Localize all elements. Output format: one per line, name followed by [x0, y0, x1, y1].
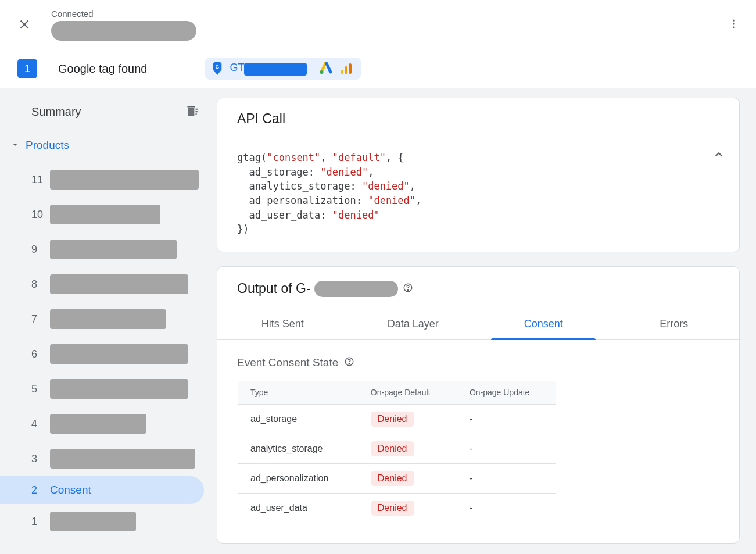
- consent-table: TypeOn-page DefaultOn-page Update ad_sto…: [237, 380, 557, 523]
- api-call-title: API Call: [237, 111, 285, 127]
- event-number: 2: [31, 484, 42, 496]
- sidebar: Summary Products 111098765432Consent1: [0, 88, 217, 554]
- tab-hits-sent[interactable]: Hits Sent: [217, 309, 348, 339]
- api-call-code: gtag("consent", "default", { ad_storage:…: [217, 140, 739, 252]
- column-header: On-page Default: [358, 380, 457, 404]
- google-ads-icon: [319, 62, 333, 76]
- event-item-consent[interactable]: 2Consent: [0, 476, 204, 504]
- event-name-redacted: [50, 205, 160, 224]
- event-name: Consent: [50, 484, 91, 496]
- tab-data-layer[interactable]: Data Layer: [348, 309, 479, 339]
- event-number: 6: [31, 348, 42, 360]
- event-number: 8: [31, 278, 42, 291]
- google-analytics-icon: [339, 62, 353, 76]
- event-list: 111098765432Consent1: [0, 162, 217, 539]
- event-number: 11: [31, 174, 42, 186]
- tag-count-badge: 1: [17, 59, 37, 78]
- event-item[interactable]: 4: [0, 406, 217, 441]
- event-name-redacted: [50, 309, 166, 329]
- event-number: 1: [31, 516, 42, 528]
- event-name-redacted: [50, 512, 136, 531]
- svg-rect-8: [345, 66, 347, 74]
- consent-type: ad_personalization: [238, 463, 358, 493]
- svg-point-13: [349, 363, 350, 364]
- help-icon[interactable]: [403, 283, 413, 295]
- consent-type: analytics_storage: [238, 434, 358, 463]
- status-badge: Denied: [371, 441, 414, 456]
- event-item[interactable]: 5: [0, 371, 217, 406]
- event-name-redacted: [50, 170, 199, 190]
- table-row: ad_user_dataDenied-: [238, 493, 557, 523]
- separator: [313, 61, 313, 76]
- event-item[interactable]: 1: [0, 504, 217, 539]
- svg-text:G: G: [216, 65, 219, 70]
- event-name-redacted: [50, 344, 188, 364]
- content-area: API Call gtag("consent", "default", { ad…: [217, 88, 756, 554]
- column-header: Type: [238, 380, 358, 404]
- tag-chip[interactable]: G GT: [205, 58, 361, 80]
- svg-rect-9: [349, 63, 352, 74]
- event-number: 5: [31, 383, 42, 395]
- event-item[interactable]: 7: [0, 302, 217, 337]
- output-title: Output of G-: [237, 281, 398, 297]
- svg-point-3: [733, 23, 734, 24]
- caret-down-icon: [10, 140, 20, 151]
- tag-found-label: Google tag found: [58, 62, 147, 76]
- consent-update: -: [457, 463, 557, 493]
- table-row: ad_storageDenied-: [238, 404, 557, 434]
- event-number: 9: [31, 244, 42, 256]
- column-header: On-page Update: [457, 380, 557, 404]
- event-name-redacted: [50, 240, 177, 259]
- event-consent-state-title: Event Consent State: [237, 356, 719, 370]
- tab-consent[interactable]: Consent: [478, 309, 609, 339]
- host-redacted: [51, 21, 196, 41]
- gtag-icon: G: [211, 61, 224, 76]
- consent-type: ad_storage: [238, 404, 358, 434]
- products-section-toggle[interactable]: Products: [0, 134, 217, 156]
- svg-rect-7: [341, 70, 343, 74]
- event-name-redacted: [50, 449, 195, 469]
- event-name-redacted: [50, 379, 188, 399]
- clear-all-icon[interactable]: [184, 103, 199, 120]
- status-badge: Denied: [371, 501, 414, 516]
- close-icon[interactable]: [17, 17, 31, 31]
- event-item[interactable]: 9: [0, 232, 217, 267]
- tab-errors[interactable]: Errors: [609, 309, 740, 339]
- connected-label: Connected: [51, 9, 196, 19]
- top-bar: Connected: [0, 0, 756, 49]
- event-item[interactable]: 6: [0, 337, 217, 371]
- event-item[interactable]: 11: [0, 162, 217, 197]
- tag-found-bar: 1 Google tag found G GT: [0, 49, 756, 88]
- products-label: Products: [26, 139, 69, 152]
- svg-point-2: [733, 19, 734, 21]
- table-row: ad_personalizationDenied-: [238, 463, 557, 493]
- status-badge: Denied: [371, 412, 414, 427]
- event-number: 3: [31, 453, 42, 465]
- event-item[interactable]: 3: [0, 441, 217, 476]
- gt-id-redacted: [244, 63, 307, 76]
- help-icon[interactable]: [344, 356, 354, 370]
- output-tabs: Hits SentData LayerConsentErrors: [217, 309, 739, 340]
- output-id-redacted: [314, 281, 398, 297]
- output-card: Output of G- Hits SentData LayerConsentE…: [217, 266, 740, 544]
- more-menu-icon[interactable]: [723, 13, 744, 36]
- event-item[interactable]: 10: [0, 197, 217, 232]
- gt-prefix: GT: [230, 62, 244, 73]
- event-number: 7: [31, 313, 42, 326]
- consent-default: Denied: [358, 493, 457, 523]
- svg-point-4: [733, 26, 734, 28]
- status-badge: Denied: [371, 471, 414, 486]
- svg-point-6: [320, 70, 324, 74]
- consent-type: ad_user_data: [238, 493, 358, 523]
- svg-point-11: [407, 289, 409, 291]
- consent-default: Denied: [358, 404, 457, 434]
- event-item[interactable]: 8: [0, 267, 217, 302]
- consent-update: -: [457, 404, 557, 434]
- summary-link[interactable]: Summary: [31, 105, 81, 119]
- event-name-redacted: [50, 414, 146, 434]
- consent-update: -: [457, 493, 557, 523]
- collapse-icon[interactable]: [712, 148, 725, 165]
- api-call-card: API Call gtag("consent", "default", { ad…: [217, 98, 740, 252]
- table-row: analytics_storageDenied-: [238, 434, 557, 463]
- event-name-redacted: [50, 274, 188, 294]
